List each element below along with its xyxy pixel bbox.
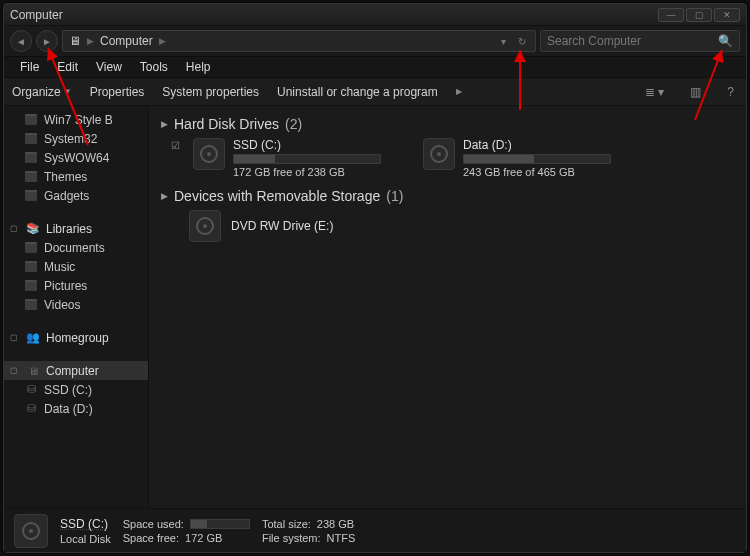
drive-free-text: 243 GB free of 465 GB [463, 166, 611, 178]
menu-help[interactable]: Help [178, 58, 219, 76]
more-commands-icon[interactable]: ▶ [456, 87, 462, 96]
explorer-window: Computer — ▢ ✕ ◄ ► 🖥 ▶ Computer ▶ ▾ ↻ 🔍 … [3, 3, 747, 553]
menu-file[interactable]: File [12, 58, 47, 76]
drive-name: Data (D:) [463, 138, 611, 152]
group-label: Devices with Removable Storage [174, 188, 380, 204]
computer-icon: 🖥 [69, 34, 81, 48]
uninstall-button[interactable]: Uninstall or change a program [277, 85, 438, 99]
computer-icon: 🖥 [26, 365, 40, 377]
sidebar-homegroup[interactable]: ▢👥Homegroup [4, 328, 148, 347]
collapse-icon: ▶ [161, 119, 168, 129]
hdd-icon [193, 138, 225, 170]
window-title: Computer [10, 8, 656, 22]
search-icon: 🔍 [718, 34, 733, 48]
status-selected-type: Local Disk [60, 533, 111, 545]
breadcrumb-item[interactable]: Computer [100, 34, 153, 48]
menu-edit[interactable]: Edit [49, 58, 86, 76]
sidebar-item-favorite[interactable]: Win7 Style B [4, 110, 148, 129]
details-pane: SSD (C:) Local Disk Space used: Space fr… [4, 508, 746, 552]
title-bar: Computer — ▢ ✕ [4, 4, 746, 26]
history-dropdown-icon[interactable]: ▾ [498, 36, 509, 47]
space-free-label: Space free: [123, 532, 179, 544]
sidebar-item-favorite[interactable]: System32 [4, 129, 148, 148]
menu-bar: File Edit View Tools Help [4, 56, 746, 78]
sidebar-item-drive[interactable]: ⛁Data (D:) [4, 399, 148, 418]
drive-item-data[interactable]: Data (D:) 243 GB free of 465 GB [401, 138, 611, 178]
hdd-icon [14, 514, 48, 548]
sidebar-item-library[interactable]: Videos [4, 295, 148, 314]
folder-icon [24, 114, 38, 126]
sidebar-item-library[interactable]: Music [4, 257, 148, 276]
drive-free-text: 172 GB free of 238 GB [233, 166, 381, 178]
drive-name: SSD (C:) [233, 138, 381, 152]
folder-icon [24, 133, 38, 145]
sidebar-libraries[interactable]: ▢📚Libraries [4, 219, 148, 238]
space-used-bar [190, 519, 250, 529]
optical-drive-icon [189, 210, 221, 242]
drive-icon: ⛁ [24, 384, 38, 396]
close-button[interactable]: ✕ [714, 8, 740, 22]
view-options-icon[interactable]: ≣ ▾ [641, 85, 668, 99]
menu-tools[interactable]: Tools [132, 58, 176, 76]
collapse-icon: ▶ [161, 191, 168, 201]
status-selected-name: SSD (C:) [60, 517, 111, 531]
menu-view[interactable]: View [88, 58, 130, 76]
drive-name: DVD RW Drive (E:) [231, 219, 333, 233]
collapse-icon: ▢ [10, 333, 20, 342]
explorer-body: Win7 Style B System32 SysWOW64 Themes Ga… [4, 106, 746, 508]
sidebar-item-favorite[interactable]: Gadgets [4, 186, 148, 205]
chevron-down-icon: ▼ [64, 87, 72, 96]
search-box[interactable]: 🔍 [540, 30, 740, 52]
sidebar-item-library[interactable]: Documents [4, 238, 148, 257]
group-count: (1) [386, 188, 403, 204]
folder-icon [24, 280, 38, 292]
libraries-icon: 📚 [26, 223, 40, 235]
command-bar: Organize▼ Properties System properties U… [4, 78, 746, 106]
hdd-icon [423, 138, 455, 170]
drive-item-dvd[interactable]: DVD RW Drive (E:) [189, 210, 734, 242]
address-bar-row: ◄ ► 🖥 ▶ Computer ▶ ▾ ↻ 🔍 [4, 26, 746, 56]
system-properties-button[interactable]: System properties [162, 85, 259, 99]
breadcrumb-bar[interactable]: 🖥 ▶ Computer ▶ ▾ ↻ [62, 30, 536, 52]
sidebar-item-favorite[interactable]: SysWOW64 [4, 148, 148, 167]
collapse-icon: ▢ [10, 366, 20, 375]
total-size-label: Total size: [262, 518, 311, 530]
folder-icon [24, 190, 38, 202]
properties-button[interactable]: Properties [90, 85, 145, 99]
search-input[interactable] [547, 34, 718, 48]
preview-pane-icon[interactable]: ▥ [686, 85, 705, 99]
sidebar-item-library[interactable]: Pictures [4, 276, 148, 295]
minimize-button[interactable]: — [658, 8, 684, 22]
maximize-button[interactable]: ▢ [686, 8, 712, 22]
drive-item-ssd[interactable]: ☑ SSD (C:) 172 GB free of 238 GB [171, 138, 381, 178]
navigation-pane: Win7 Style B System32 SysWOW64 Themes Ga… [4, 106, 149, 508]
folder-icon [24, 242, 38, 254]
content-pane: ▶ Hard Disk Drives (2) ☑ SSD (C:) 172 GB… [149, 106, 746, 508]
total-size-value: 238 GB [317, 518, 354, 530]
group-label: Hard Disk Drives [174, 116, 279, 132]
group-count: (2) [285, 116, 302, 132]
help-icon[interactable]: ? [723, 85, 738, 99]
homegroup-icon: 👥 [26, 332, 40, 344]
space-free-value: 172 GB [185, 532, 222, 544]
nav-forward-button[interactable]: ► [36, 30, 58, 52]
folder-icon [24, 152, 38, 164]
nav-back-button[interactable]: ◄ [10, 30, 32, 52]
collapse-icon: ▢ [10, 224, 20, 233]
organize-button[interactable]: Organize▼ [12, 85, 72, 99]
group-header-removable[interactable]: ▶ Devices with Removable Storage (1) [161, 188, 734, 204]
checkbox-icon[interactable] [401, 138, 415, 178]
folder-icon [24, 299, 38, 311]
chevron-right-icon: ▶ [159, 36, 166, 46]
folder-icon [24, 171, 38, 183]
sidebar-item-favorite[interactable]: Themes [4, 167, 148, 186]
sidebar-item-drive[interactable]: ⛁SSD (C:) [4, 380, 148, 399]
refresh-icon[interactable]: ↻ [515, 36, 529, 47]
group-header-hdd[interactable]: ▶ Hard Disk Drives (2) [161, 116, 734, 132]
checkbox-icon[interactable]: ☑ [171, 138, 185, 178]
chevron-right-icon: ▶ [87, 36, 94, 46]
capacity-bar [233, 154, 381, 164]
sidebar-computer[interactable]: ▢🖥Computer [4, 361, 148, 380]
filesystem-label: File system: [262, 532, 321, 544]
organize-label: Organize [12, 85, 61, 99]
